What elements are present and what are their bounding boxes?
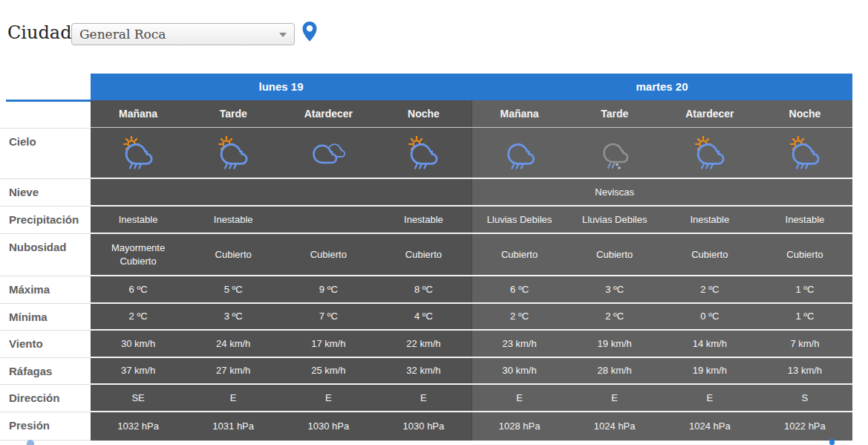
direccion-cell: E: [567, 385, 662, 411]
minima-cell: 2 ºC: [91, 304, 186, 329]
cloud-rain-icon: [499, 136, 541, 170]
cutoff-icon-fragment: [829, 439, 835, 445]
precipitacion-cell: Inestable: [91, 207, 186, 233]
map-pin-icon[interactable]: [301, 21, 318, 42]
cielo-row: [91, 128, 852, 179]
rafagas-cell: 13 km/h: [757, 358, 852, 383]
city-select[interactable]: General Roca: [71, 23, 295, 45]
direccion-cell: S: [757, 385, 852, 411]
viento-cell: 30 km/h: [91, 331, 186, 357]
period-header-row: Mañana Tarde Atardecer Noche Mañana Tard…: [91, 100, 852, 128]
nubosidad-cell: Cubierto: [662, 234, 757, 275]
rafagas-cell: 25 km/h: [281, 358, 376, 383]
viento-cell: 23 km/h: [471, 331, 567, 357]
maxima-cell: 1 ºC: [757, 276, 852, 302]
minima-cell: 1 ºC: [757, 304, 852, 329]
presion-row: 1032 hPa 1031 hPa 1030 hPa 1030 hPa 1028…: [91, 412, 852, 441]
forecast-table: lunes 19 martes 20 Mañana Tarde Atardece…: [91, 74, 852, 441]
direccion-cell: SE: [91, 385, 186, 411]
viento-cell: 22 km/h: [376, 331, 471, 357]
maxima-cell: 6 ºC: [91, 276, 186, 302]
city-select-wrap: General Roca: [71, 23, 295, 45]
nieve-cell: [757, 179, 852, 205]
minima-cell: 3 ºC: [186, 304, 281, 329]
nubosidad-cell: Cubierto: [757, 234, 852, 275]
row-label-minima: Mínima: [0, 304, 91, 331]
presion-cell: 1030 hPa: [281, 412, 376, 441]
nieve-cell: [281, 179, 376, 205]
precipitacion-row: Inestable Inestable Inestable Lluvias De…: [91, 207, 852, 234]
nubosidad-cell: Cubierto: [567, 234, 662, 275]
rafagas-cell: 19 km/h: [662, 358, 757, 383]
viento-cell: 17 km/h: [281, 331, 376, 357]
sun-cloud-rain-icon: [689, 136, 731, 170]
direccion-row: SE E E E E E E S: [91, 385, 852, 412]
weather-icon-cell: [662, 128, 757, 178]
sun-cloud-rain-icon: [402, 136, 444, 170]
presion-cell: 1032 hPa: [91, 412, 186, 441]
weather-icon-cell: [567, 128, 662, 178]
maxima-cell: 3 ºC: [567, 276, 662, 302]
viento-row: 30 km/h 24 km/h 17 km/h 22 km/h 23 km/h …: [91, 331, 852, 358]
nubosidad-cell: Cubierto: [186, 234, 281, 275]
period-header: Mañana: [91, 100, 186, 127]
day-header-martes: martes 20: [471, 74, 852, 100]
nubosidad-row: Mayormente Cubierto Cubierto Cubierto Cu…: [91, 234, 852, 276]
rafagas-cell: 27 km/h: [186, 358, 281, 383]
viento-cell: 7 km/h: [757, 331, 852, 357]
precipitacion-cell: Inestable: [757, 207, 852, 233]
minima-cell: 4 ºC: [376, 304, 471, 329]
direccion-cell: E: [376, 385, 471, 411]
minima-cell: 0 ºC: [662, 304, 757, 329]
rafagas-cell: 28 km/h: [567, 358, 662, 383]
nubosidad-cell: Cubierto: [281, 234, 376, 275]
clouds-icon: [307, 136, 349, 170]
row-label-viento: Viento: [0, 331, 91, 358]
weather-forecast-page: Ciudad: General Roca Cielo Nieve Precipi…: [0, 0, 868, 445]
day-header-lunes: lunes 19: [91, 74, 471, 100]
weather-icon-cell: [471, 128, 567, 178]
presion-cell: 1030 hPa: [376, 412, 471, 441]
nieve-cell: [186, 179, 281, 205]
rafagas-cell: 30 km/h: [471, 358, 567, 383]
precipitacion-cell: Inestable: [662, 207, 757, 233]
minima-cell: 7 ºC: [281, 304, 376, 329]
minima-row: 2 ºC 3 ºC 7 ºC 4 ºC 2 ºC 2 ºC 0 ºC 1 ºC: [91, 304, 852, 331]
active-tab-underline: [6, 100, 91, 102]
precipitacion-cell: [281, 207, 376, 233]
nubosidad-cell: Cubierto: [376, 234, 471, 275]
period-header: Atardecer: [662, 100, 757, 127]
nieve-cell: [376, 179, 471, 205]
maxima-cell: 8 ºC: [376, 276, 471, 302]
cloud-sleet-icon: [594, 136, 636, 170]
viento-cell: 24 km/h: [186, 331, 281, 357]
sun-cloud-rain-icon: [117, 136, 159, 170]
row-label-rafagas: Ráfagas: [0, 358, 91, 385]
presion-cell: 1031 hPa: [186, 412, 281, 441]
row-label-precipitacion: Precipitación: [0, 207, 91, 234]
precipitacion-cell: Lluvias Debiles: [567, 207, 662, 233]
row-label-nieve: Nieve: [0, 179, 91, 207]
direccion-cell: E: [471, 385, 567, 411]
presion-cell: 1028 hPa: [471, 412, 567, 441]
weather-icon-cell: [91, 128, 186, 178]
row-label-direccion: Dirección: [0, 385, 91, 412]
row-label-nubosidad: Nubosidad: [0, 234, 91, 276]
maxima-cell: 9 ºC: [281, 276, 376, 302]
nieve-cell: Neviscas: [567, 179, 662, 205]
period-header: Noche: [757, 100, 852, 127]
viento-cell: 14 km/h: [662, 331, 757, 357]
nieve-row: Neviscas: [91, 179, 852, 207]
weather-icon-cell: [376, 128, 471, 178]
nubosidad-cell: Mayormente Cubierto: [91, 234, 186, 275]
presion-cell: 1024 hPa: [662, 412, 757, 441]
rafagas-row: 37 km/h 27 km/h 25 km/h 32 km/h 30 km/h …: [91, 358, 852, 385]
rafagas-cell: 32 km/h: [376, 358, 471, 383]
row-label-maxima: Máxima: [0, 276, 91, 304]
cutoff-icon-fragment: [27, 440, 34, 445]
period-header: Mañana: [471, 100, 567, 127]
nieve-cell: [471, 179, 567, 205]
nieve-cell: [91, 179, 186, 205]
presion-cell: 1022 hPa: [757, 412, 852, 441]
period-header: Tarde: [186, 100, 281, 127]
